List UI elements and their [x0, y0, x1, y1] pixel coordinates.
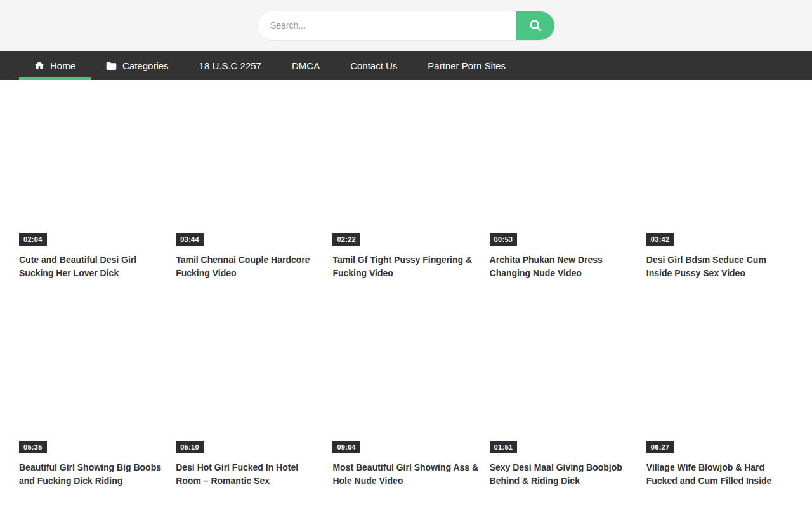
folder-icon [106, 61, 117, 70]
video-thumbnail[interactable]: 01:51 [490, 297, 636, 456]
video-title[interactable]: Archita Phukan New Dress Changing Nude V… [490, 253, 636, 280]
search-form [258, 11, 554, 40]
video-thumbnail[interactable]: 05:35 [19, 297, 166, 456]
video-thumbnail[interactable]: 05:10 [176, 297, 322, 456]
search-input[interactable] [258, 11, 516, 40]
video-card[interactable]: 00:53 Archita Phukan New Dress Changing … [490, 90, 636, 280]
nav-item-contact-us[interactable]: Contact Us [335, 51, 412, 80]
home-icon [34, 60, 44, 70]
video-title[interactable]: Tamil Chennai Couple Hardcore Fucking Vi… [176, 253, 322, 280]
duration-badge: 06:27 [646, 441, 674, 453]
search-icon [528, 18, 542, 32]
video-card[interactable]: 05:35 Beautiful Girl Showing Big Boobs a… [19, 297, 166, 488]
active-indicator [19, 77, 91, 80]
duration-badge: 03:42 [646, 233, 674, 246]
duration-badge: 03:44 [176, 233, 204, 246]
video-thumbnail[interactable]: 09:04 [332, 297, 479, 456]
duration-badge: 01:51 [490, 441, 518, 453]
video-card[interactable]: 01:51 Sexy Desi Maal Giving Boobjob Behi… [490, 297, 636, 488]
video-thumbnail[interactable]: 03:42 [646, 90, 793, 248]
nav-item-label: Partner Porn Sites [428, 60, 506, 71]
nav-item-partner-sites[interactable]: Partner Porn Sites [412, 51, 521, 80]
video-thumbnail[interactable]: 06:27 [646, 297, 793, 456]
video-thumbnail[interactable]: 02:22 [332, 90, 479, 248]
top-header [0, 0, 812, 51]
nav-item-2257[interactable]: 18 U.S.C 2257 [184, 51, 277, 80]
video-card[interactable]: 03:44 Tamil Chennai Couple Hardcore Fuck… [176, 90, 322, 280]
video-thumbnail[interactable]: 00:53 [490, 90, 636, 248]
video-card[interactable]: 02:22 Tamil Gf Tight Pussy Fingering & F… [332, 90, 479, 280]
duration-badge: 09:04 [332, 441, 360, 453]
video-card[interactable]: 05:10 Desi Hot Girl Fucked In Hotel Room… [176, 297, 322, 488]
search-button[interactable] [516, 11, 554, 40]
video-title[interactable]: Desi Girl Bdsm Seduce Cum Inside Pussy S… [646, 253, 793, 280]
nav-item-label: DMCA [292, 60, 320, 71]
duration-badge: 02:22 [332, 233, 360, 246]
video-grid: 02:04 Cute and Beautiful Desi Girl Sucki… [19, 90, 793, 488]
video-card[interactable]: 02:04 Cute and Beautiful Desi Girl Sucki… [19, 90, 166, 280]
nav-item-label: Contact Us [350, 60, 397, 71]
duration-badge: 00:53 [490, 233, 518, 246]
video-title[interactable]: Desi Hot Girl Fucked In Hotel Room – Rom… [176, 461, 322, 488]
duration-badge: 05:10 [176, 441, 204, 453]
video-card[interactable]: 03:42 Desi Girl Bdsm Seduce Cum Inside P… [646, 90, 793, 280]
video-card[interactable]: 06:27 Village Wife Blowjob & Hard Fucked… [646, 297, 793, 488]
main-content: 02:04 Cute and Beautiful Desi Girl Sucki… [0, 80, 812, 488]
nav-item-home[interactable]: Home [19, 51, 91, 80]
video-thumbnail[interactable]: 03:44 [176, 90, 322, 248]
main-nav: Home Categories 18 U.S.C 2257 DMCA Conta… [0, 51, 812, 80]
nav-item-label: Categories [122, 60, 169, 71]
video-thumbnail[interactable]: 02:04 [19, 90, 166, 248]
video-title[interactable]: Sexy Desi Maal Giving Boobjob Behind & R… [490, 461, 636, 488]
nav-item-categories[interactable]: Categories [91, 51, 184, 80]
duration-badge: 02:04 [19, 233, 47, 246]
nav-item-label: Home [50, 60, 75, 71]
video-title[interactable]: Village Wife Blowjob & Hard Fucked and C… [646, 461, 793, 488]
video-title[interactable]: Tamil Gf Tight Pussy Fingering & Fucking… [332, 253, 479, 280]
video-title[interactable]: Beautiful Girl Showing Big Boobs and Fuc… [19, 461, 166, 488]
nav-item-dmca[interactable]: DMCA [277, 51, 335, 80]
video-card[interactable]: 09:04 Most Beautiful Girl Showing Ass & … [332, 297, 479, 488]
video-title[interactable]: Most Beautiful Girl Showing Ass & Hole N… [332, 461, 479, 488]
duration-badge: 05:35 [19, 441, 47, 453]
nav-item-label: 18 U.S.C 2257 [199, 60, 261, 71]
video-title[interactable]: Cute and Beautiful Desi Girl Sucking Her… [19, 253, 166, 280]
